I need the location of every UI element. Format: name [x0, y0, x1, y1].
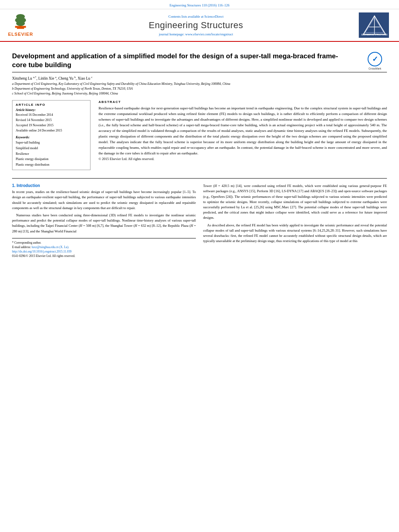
doi-link[interactable]: http://dx.doi.org/10.1016/j.engstruct.20… [12, 250, 72, 253]
affiliation-b: b Department of Engineering Technology, … [12, 86, 387, 91]
article-info-title: ARTICLE INFO [16, 103, 87, 107]
crossmark-badge: ✓ CrossMark [363, 52, 387, 70]
svg-point-3 [16, 21, 25, 26]
main-content: Development and application of a simplif… [0, 42, 399, 263]
elsevier-tree-icon [10, 14, 31, 32]
affiliation-c: c School of Civil Engineering, Beijing J… [12, 91, 387, 96]
intro-body-right: Tower (H = 420.5 m) [14], were conducted… [203, 183, 387, 244]
elsevier-logo: ELSEVIER [8, 14, 33, 37]
intro-para2: Numerous studies have been conducted usi… [12, 213, 196, 234]
journal-citation: Engineering Structures 110 (2016) 116–12… [169, 3, 229, 7]
section-divider [12, 178, 387, 179]
sciencedirect-link[interactable]: ScienceDirect [204, 14, 224, 18]
corresponding-author-note: * Corresponding author. [12, 240, 196, 245]
journal-logo-box-area: ENGINEERING STRUCTURES [359, 12, 391, 38]
keyword-1: Super-tall building [16, 140, 87, 146]
email-link[interactable]: luxz@tsinghua.edu.cn (X. Lu). [32, 245, 69, 249]
doi-note: http://dx.doi.org/10.1016/j.engstruct.20… [12, 249, 196, 254]
svg-text:ENGINEERING STRUCTURES: ENGINEERING STRUCTURES [362, 34, 388, 36]
copyright-notice: © 2015 Elsevier Ltd. All rights reserved… [99, 157, 154, 161]
crossmark-label: CrossMark [368, 67, 381, 70]
intro-para3: Tower (H = 420.5 m) [14], were conducted… [203, 183, 387, 220]
author-xinzheng: Xinzheng Lu a,*, [12, 76, 38, 80]
journal-homepage: journal homepage: www.elsevier.com/locat… [33, 32, 359, 36]
email-note: E-mail address: luxz@tsinghua.edu.cn (X.… [12, 245, 196, 249]
accepted-date: Accepted 19 November 2015 [16, 123, 87, 128]
article-info-column: ARTICLE INFO Article history: Received 1… [12, 100, 90, 173]
revised-date: Revised 14 November 2015 [16, 118, 87, 123]
body-col-left: 1. Introduction In recent years, studies… [12, 183, 196, 258]
article-history-title: Article history: [16, 108, 87, 112]
journal-banner: ELSEVIER Contents lists available at Sci… [0, 9, 399, 41]
intro-para1: In recent years, studies on the resilien… [12, 189, 196, 211]
journal-title: Engineering Structures [33, 20, 359, 31]
abstract-column: ABSTRACT Resilience-based earthquake des… [99, 100, 387, 173]
section-1-title: 1. Introduction [12, 183, 196, 188]
svg-rect-5 [17, 28, 24, 29]
footnote-section: * Corresponding author. E-mail address: … [12, 238, 196, 259]
author-linlin: Linlin Xie a, [38, 76, 58, 80]
contents-line: Contents lists available at ScienceDirec… [33, 14, 359, 18]
body-section: 1. Introduction In recent years, studies… [12, 183, 387, 258]
received-date: Received 16 December 2014 [16, 113, 87, 118]
journal-url[interactable]: www.elsevier.com/locate/engstruct [185, 32, 233, 36]
affiliation-a: a Department of Civil Engineering, Key L… [12, 82, 387, 86]
elsevier-text: ELSEVIER [8, 32, 33, 37]
body-col-right: Tower (H = 420.5 m) [14], were conducted… [203, 183, 387, 258]
elsevier-logo-area: ELSEVIER [8, 14, 33, 37]
info-abstract-section: ARTICLE INFO Article history: Received 1… [12, 100, 387, 173]
available-online-date: Available online 24 December 2015 [16, 128, 87, 134]
eng-struct-icon: ENGINEERING STRUCTURES [360, 14, 389, 36]
abstract-text: Resilience-based earthquake design for n… [99, 106, 387, 162]
author-cheng: Cheng Yu b, [58, 76, 78, 80]
author-xiao: Xiao Lu c [78, 76, 93, 80]
article-title: Development and application of a simplif… [12, 52, 342, 70]
article-title-section: Development and application of a simplif… [12, 48, 387, 72]
issn-note: 0141-0296/© 2015 Elsevier Ltd. All right… [12, 254, 196, 258]
crossmark-icon: ✓ [368, 52, 382, 66]
keywords-title: Keywords: [16, 136, 87, 139]
journal-banner-center: Contents lists available at ScienceDirec… [33, 14, 359, 36]
article-info-box: ARTICLE INFO Article history: Received 1… [12, 100, 90, 170]
abstract-title: ABSTRACT [99, 100, 387, 104]
keyword-2: Simplified model [16, 146, 87, 151]
journal-header: Engineering Structures 110 (2016) 116–12… [0, 0, 399, 42]
keyword-5: Plastic energy distribution [16, 162, 87, 168]
keyword-3: Resilience [16, 151, 87, 157]
keyword-4: Plastic energy dissipation [16, 156, 87, 162]
journal-top-bar: Engineering Structures 110 (2016) 116–12… [0, 2, 399, 9]
svg-rect-4 [15, 26, 26, 28]
intro-body-left: In recent years, studies on the resilien… [12, 189, 196, 234]
authors-line: Xinzheng Lu a,*, Linlin Xie a, Cheng Yu … [12, 76, 387, 80]
affiliations: a Department of Civil Engineering, Key L… [12, 82, 387, 96]
intro-para4: As described above, the refined FE model… [203, 223, 387, 244]
journal-logo-box: ENGINEERING STRUCTURES [359, 12, 389, 38]
keywords-section: Keywords: Super-tall building Simplified… [16, 136, 87, 167]
